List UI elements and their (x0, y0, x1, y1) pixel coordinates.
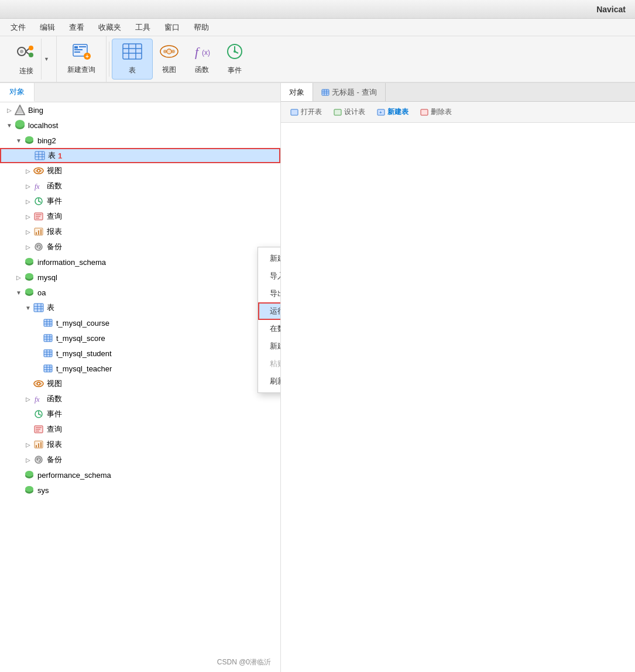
menu-window[interactable]: 窗口 (159, 20, 186, 35)
expand-oa-tables[interactable]: ▼ (23, 303, 33, 312)
new-query-icon: + (72, 43, 91, 63)
expand-info-schema[interactable] (14, 257, 23, 267)
t-mysql-score-label: t_mysql_score (56, 334, 105, 343)
tree-item-oa[interactable]: ▼ oa (0, 285, 280, 300)
tree-item-oa-functions[interactable]: ▷ fx 函数 (0, 391, 280, 406)
ctx-export-wizard[interactable]: 导出向导... (258, 285, 281, 302)
expand-performance-schema[interactable] (14, 470, 23, 480)
expand-oa-views[interactable] (23, 379, 33, 388)
svg-rect-55 (40, 229, 42, 235)
expand-bing2-queries[interactable]: ▷ (23, 212, 33, 221)
oa-label: oa (37, 288, 46, 297)
tree-item-oa-reports[interactable]: ▷ 报表 (0, 437, 280, 452)
tree-item-bing2-reports[interactable]: ▷ 报表 (0, 224, 280, 239)
expand-bing[interactable]: ▷ (5, 105, 14, 115)
tree-item-localhost[interactable]: ▼ localhost (0, 118, 280, 133)
ctx-run-sql[interactable]: 运行 SQL 文件... (258, 302, 281, 320)
ctx-new-group[interactable]: 新建组 (258, 337, 281, 355)
expand-bing2-tables[interactable] (25, 151, 34, 160)
function-button[interactable]: f (x) 函数 (186, 39, 218, 80)
tree-item-performance-schema[interactable]: performance_schema (0, 467, 280, 483)
tree-item-bing2[interactable]: ▼ bing2 (0, 133, 280, 148)
expand-oa-queries[interactable] (23, 425, 33, 434)
tree-item-bing[interactable]: ▷ Bing (0, 102, 280, 118)
menu-file[interactable]: 文件 (5, 20, 32, 35)
table-button[interactable]: 表 (112, 39, 153, 80)
expand-bing2-functions[interactable]: ▷ (23, 181, 33, 191)
tree-item-oa-tables[interactable]: ▼ 表 (0, 300, 280, 315)
bing2-functions-icon: fx (33, 181, 44, 191)
view-button[interactable]: 视图 (153, 39, 186, 80)
connect-dropdown-arrow[interactable]: ▼ (41, 39, 52, 80)
expand-oa[interactable]: ▼ (14, 288, 23, 297)
ctx-import-wizard[interactable]: 导入向导... (258, 267, 281, 285)
tree-item-bing2-queries[interactable]: ▷ 查询 (0, 209, 280, 224)
expand-oa-reports[interactable]: ▷ (23, 440, 33, 449)
expand-sys[interactable] (14, 485, 23, 495)
tree-item-t-mysql-course[interactable]: t_mysql_course (0, 315, 280, 330)
nav-tab-objects[interactable]: 对象 (0, 83, 35, 102)
expand-bing2-views[interactable]: ▷ (23, 166, 33, 175)
event-button[interactable]: 事件 (218, 39, 251, 80)
svg-point-92 (40, 382, 42, 385)
tree-item-oa-backups[interactable]: ▷ 备份 (0, 452, 280, 467)
expand-bing2-reports[interactable]: ▷ (23, 227, 33, 236)
t-mysql-student-label: t_mysql_student (56, 349, 112, 358)
tree-item-sys[interactable]: sys (0, 483, 280, 498)
menu-tools[interactable]: 工具 (129, 20, 156, 35)
expand-bing2-backups[interactable]: ▷ (23, 242, 33, 251)
oa-reports-icon (33, 439, 44, 450)
tree-item-bing2-events[interactable]: ▷ 事件 (0, 194, 280, 209)
oa-backups-icon (33, 454, 44, 465)
tree-item-oa-queries[interactable]: 查询 (0, 422, 280, 437)
tree-item-t-mysql-score[interactable]: t_mysql_score (0, 330, 280, 346)
ctx-new-table[interactable]: 新建表 (258, 250, 281, 267)
info-schema-label: information_schema (37, 258, 106, 267)
delete-table-label: 删除表 (431, 107, 452, 117)
svg-point-18 (167, 49, 171, 54)
oa-events-icon (33, 409, 44, 419)
oa-icon (23, 287, 35, 298)
tree-item-bing2-functions[interactable]: ▷ fx 函数 (0, 178, 280, 194)
new-table-label: 新建表 (387, 107, 409, 117)
tree-item-bing2-backups[interactable]: ▷ 备份 (0, 239, 280, 254)
connect-button[interactable]: 连接 (12, 39, 41, 80)
content-tabs: 对象 无标题 - 查询 (281, 83, 635, 102)
expand-oa-functions[interactable]: ▷ (23, 394, 33, 404)
new-query-button[interactable]: + 新建查询 (61, 39, 101, 80)
oa-views-label: 视图 (47, 378, 62, 389)
svg-rect-112 (322, 89, 329, 95)
design-table-btn[interactable]: 设计表 (329, 105, 370, 119)
menu-favorites[interactable]: 收藏夹 (92, 20, 127, 35)
tree-item-t-mysql-teacher[interactable]: t_mysql_teacher (0, 361, 280, 376)
tree-item-bing2-views[interactable]: ▷ 视图 (0, 163, 280, 178)
svg-point-41 (35, 170, 37, 172)
ctx-refresh[interactable]: 刷新 (258, 373, 281, 390)
tree-item-oa-views[interactable]: 视图 (0, 376, 280, 391)
delete-table-btn[interactable]: 删除表 (416, 105, 456, 119)
open-table-btn[interactable]: 打开表 (286, 105, 327, 119)
content-tab-query[interactable]: 无标题 - 查询 (313, 83, 386, 101)
expand-t-mysql-course (33, 318, 42, 328)
expand-oa-events[interactable] (23, 409, 33, 419)
ctx-find-in-db[interactable]: 在数据库中查找 (258, 320, 281, 337)
tree-item-bing2-tables[interactable]: 表 1 (0, 148, 280, 163)
tree-item-mysql[interactable]: ▷ mysql (0, 270, 280, 285)
svg-point-42 (40, 170, 42, 172)
tree-item-oa-events[interactable]: 事件 (0, 406, 280, 422)
tree-item-information-schema[interactable]: information_schema (0, 254, 280, 270)
menu-help[interactable]: 帮助 (188, 20, 215, 35)
menu-bar: 文件 编辑 查看 收藏夹 工具 窗口 帮助 (0, 19, 635, 36)
menu-view[interactable]: 查看 (63, 20, 90, 35)
content-tab-objects[interactable]: 对象 (281, 83, 313, 101)
expand-bing2[interactable]: ▼ (14, 136, 23, 145)
expand-oa-backups[interactable]: ▷ (23, 455, 33, 464)
tree-item-t-mysql-student[interactable]: t_mysql_student (0, 346, 280, 361)
svg-rect-105 (40, 442, 42, 447)
expand-bing2-events[interactable]: ▷ (23, 197, 33, 206)
new-table-btn[interactable]: + 新建表 (372, 105, 413, 119)
bing2-events-icon (33, 196, 44, 206)
expand-localhost[interactable]: ▼ (5, 120, 14, 130)
menu-edit[interactable]: 编辑 (34, 20, 61, 35)
expand-mysql[interactable]: ▷ (14, 273, 23, 282)
